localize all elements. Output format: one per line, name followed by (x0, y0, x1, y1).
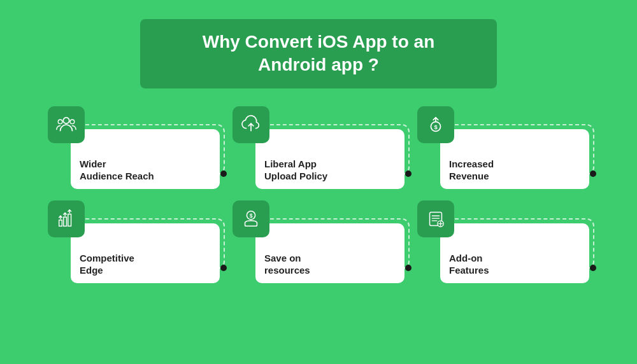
svg-rect-7 (59, 220, 62, 226)
increased-revenue-label: IncreasedRevenue (449, 158, 494, 183)
save-resources-card: Save onresources (255, 223, 404, 283)
addon-features-label: Add-onFeatures (449, 252, 489, 277)
competitive-edge-label: CompetitiveEdge (80, 252, 134, 277)
hand-coin-icon: $ (233, 200, 269, 237)
svg-rect-9 (68, 214, 71, 226)
title-box: Why Convert iOS App to an Android app ? (140, 19, 497, 88)
svg-text:$: $ (250, 213, 253, 219)
cards-row-1: WiderAudience Reach Liberal AppUpload Po… (25, 106, 612, 189)
increased-revenue-card: IncreasedRevenue (440, 129, 589, 189)
cards-container: WiderAudience Reach Liberal AppUpload Po… (0, 106, 637, 283)
svg-point-1 (58, 120, 62, 124)
coin-up-icon: $ (417, 106, 454, 143)
cloud-upload-icon (233, 106, 269, 143)
svg-point-2 (70, 120, 75, 124)
people-icon (48, 106, 85, 143)
card-wider-audience: WiderAudience Reach (48, 106, 220, 189)
svg-text:$: $ (434, 123, 438, 130)
svg-rect-8 (64, 217, 67, 226)
cards-row-2: CompetitiveEdge $ Save onresources (25, 200, 612, 283)
liberal-upload-label: Liberal AppUpload Policy (264, 158, 327, 183)
card-competitive-edge: CompetitiveEdge (48, 200, 220, 283)
card-save-resources: $ Save onresources (233, 200, 404, 283)
save-resources-label: Save onresources (264, 252, 310, 277)
card-addon-features: Add-onFeatures (417, 200, 589, 283)
card-liberal-upload: Liberal AppUpload Policy (233, 106, 404, 189)
list-plus-icon (417, 200, 454, 237)
addon-features-card: Add-onFeatures (440, 223, 589, 283)
card-increased-revenue: $ IncreasedRevenue (417, 106, 589, 189)
wider-audience-label: WiderAudience Reach (80, 158, 154, 183)
liberal-upload-card: Liberal AppUpload Policy (255, 129, 404, 189)
svg-point-0 (63, 117, 69, 123)
competitive-edge-card: CompetitiveEdge (71, 223, 220, 283)
page-title: Why Convert iOS App to an Android app ? (172, 31, 465, 77)
wider-audience-card: WiderAudience Reach (71, 129, 220, 189)
chart-up-icon (48, 200, 85, 237)
